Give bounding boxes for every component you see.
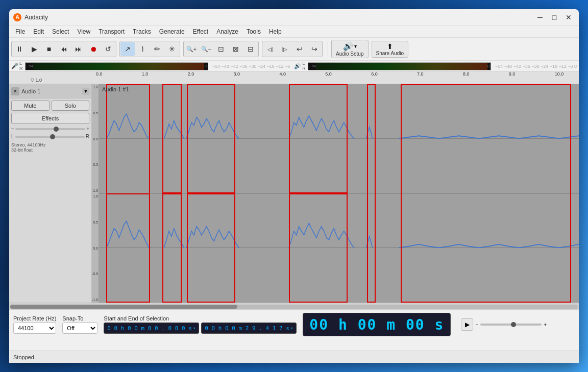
trim-right-button[interactable]: |▷ (278, 42, 292, 56)
status-text: Stopped. (13, 354, 36, 360)
scrollbar-track[interactable] (10, 305, 578, 309)
draw-tool-button[interactable]: ✏ (150, 42, 164, 56)
menu-help[interactable]: Help (265, 27, 286, 36)
pan-slider[interactable] (15, 136, 85, 138)
ruler-tick-9: 9.0 (509, 72, 516, 77)
playback-speed-group: ▶ − + (461, 318, 547, 331)
selection-start-value: 0 0 h 0 0 m 0 0 . 0 0 0 s (107, 325, 192, 332)
menu-view[interactable]: View (73, 27, 94, 36)
record-button[interactable]: ⏺ (86, 42, 101, 56)
redo-button[interactable]: ↪ (307, 42, 322, 56)
select-tool-button[interactable]: ↗ (120, 42, 135, 56)
fit-project-button[interactable]: ⊠ (229, 42, 243, 56)
menu-tracks[interactable]: Tracks (129, 27, 155, 36)
trim-left-button[interactable]: ◁| (263, 42, 277, 56)
menu-tools[interactable]: Tools (242, 27, 265, 36)
snap-to-select[interactable]: Off Nearest (62, 323, 97, 334)
volume-slider[interactable] (15, 128, 85, 130)
stop-button[interactable]: ■ (42, 42, 56, 56)
maximize-button[interactable]: □ (548, 11, 560, 23)
pan-thumb (50, 134, 55, 139)
menu-select[interactable]: Select (48, 27, 73, 36)
menu-effect[interactable]: Effect (189, 27, 212, 36)
menu-generate[interactable]: Generate (155, 27, 189, 36)
menu-file[interactable]: File (11, 27, 29, 36)
project-rate-select[interactable]: 44100 48000 96000 (13, 323, 56, 334)
menu-analyze[interactable]: Analyze (212, 27, 242, 36)
zoom-toggle-button[interactable]: ⊟ (243, 42, 258, 56)
y-axis-top: 1.0 0.5 0.0 -0.5 -1.0 (92, 84, 99, 193)
ruler-tick-4: 4.0 (279, 72, 286, 77)
undo-button[interactable]: ↩ (292, 42, 307, 56)
selection-end-value: 0 0 h 0 0 m 2 9 . 4 1 7 s (205, 325, 289, 332)
track-dropdown-button[interactable]: ▼ (82, 88, 89, 95)
track-close-button[interactable]: × (11, 87, 19, 95)
y-label-n0-5-bot: -0.5 (92, 272, 99, 276)
skip-back-button[interactable]: ⏮ (57, 42, 71, 56)
pause-button[interactable]: ⏸ (12, 42, 27, 56)
speed-thumb (511, 322, 516, 327)
dropdown-arrow-icon: ▾ (354, 43, 357, 49)
fit-selection-button[interactable]: ⊡ (214, 42, 228, 56)
big-time-display: 00 h 00 m 00 s (303, 313, 451, 336)
record-level-indicator (33, 63, 204, 70)
audio-setup-icon-row: 🔊 ▾ (343, 41, 357, 51)
snap-to-group: Snap-To Off Nearest (62, 315, 97, 334)
selection-end-dropdown[interactable]: ▾ (290, 326, 293, 331)
y-axis-bottom: 1.0 0.5 0.0 -0.5 -1.0 (92, 193, 99, 303)
audio-setup-label: Audio Setup (336, 51, 364, 57)
transport-group: ⏸ ▶ ■ ⏮ ⏭ ⏺ ↺ (11, 41, 116, 57)
toolbar-row1: ⏸ ▶ ■ ⏮ ⏭ ⏺ ↺ ↗ ⌇ ✏ ✳ 🔍+ 🔍− ⊡ ⊠ ⊟ (9, 38, 579, 60)
selection-start-time[interactable]: 0 0 h 0 0 m 0 0 . 0 0 0 s ▾ (104, 323, 199, 334)
audio-setup-group[interactable]: 🔊 ▾ Audio Setup (331, 40, 369, 58)
ruler-ticks-container: 0.0 1.0 2.0 3.0 4.0 5.0 6.0 7.0 8.0 9.0 … (96, 72, 579, 84)
pan-left-label: L (11, 134, 14, 139)
loop-button[interactable]: ↺ (101, 42, 115, 56)
volume-thumb (54, 127, 59, 132)
record-vu-bar[interactable]: −54 0 (25, 62, 208, 70)
play-button[interactable]: ▶ (27, 42, 41, 56)
volume-plus-label: + (86, 126, 89, 132)
mute-button[interactable]: Mute (11, 101, 50, 111)
close-button[interactable]: ✕ (562, 11, 575, 23)
playback-play-button[interactable]: ▶ (461, 318, 473, 331)
main-content: ▽ 1.0 0.0 1.0 2.0 3.0 4.0 5.0 6.0 7.0 8.… (9, 72, 579, 363)
playback-lr-label: LR (302, 61, 306, 71)
horizontal-scrollbar[interactable] (9, 303, 579, 310)
bottom-controls-row: Project Rate (Hz) 44100 48000 96000 Snap… (9, 310, 579, 339)
skip-fwd-button[interactable]: ⏭ (71, 42, 86, 56)
project-rate-label: Project Rate (Hz) (13, 315, 56, 321)
ruler-tick-3: 3.0 (234, 72, 240, 77)
selection-times: 0 0 h 0 0 m 0 0 . 0 0 0 s ▾ 0 0 h 0 0 m … (104, 323, 297, 334)
timeline-ruler: ▽ 1.0 0.0 1.0 2.0 3.0 4.0 5.0 6.0 7.0 8.… (9, 72, 579, 84)
y-label-n1-0-top: -1.0 (92, 189, 99, 192)
speed-slider[interactable] (480, 324, 542, 326)
project-rate-group: Project Rate (Hz) 44100 48000 96000 (13, 315, 56, 334)
zoom-out-button[interactable]: 🔍− (199, 42, 213, 56)
y-label-0-5-bot: 0.5 (92, 220, 99, 224)
share-icon: ⬆ (387, 42, 393, 51)
effects-button[interactable]: Effects (11, 113, 89, 124)
minimize-button[interactable]: ─ (534, 11, 546, 23)
share-audio-group[interactable]: ⬆ Share Audio (372, 41, 409, 58)
app-icon: A (13, 13, 21, 21)
menu-edit[interactable]: Edit (29, 27, 48, 36)
track-info: Stereo, 44100Hz32-bit float (11, 141, 89, 154)
vu-meter-row: 🎤 LR −54 0 −54 −48 −42 −36 −30 −24 −18 −… (9, 60, 579, 71)
zoom-in-button[interactable]: 🔍+ (184, 42, 199, 56)
selection-start-dropdown[interactable]: ▾ (193, 326, 195, 331)
envelope-tool-button[interactable]: ⌇ (135, 42, 150, 56)
menu-transport[interactable]: Transport (94, 27, 129, 36)
track-canvas-area[interactable]: Audio 1 #1 (92, 84, 579, 303)
record-meter-icon: 🎤 (11, 63, 18, 69)
selection-end-time[interactable]: 0 0 h 0 0 m 2 9 . 4 1 7 s ▾ (201, 323, 297, 334)
playback-vu-bar[interactable]: −54 0 (308, 62, 491, 70)
multi-tool-button[interactable]: ✳ (165, 42, 179, 56)
track-clip-title: Audio 1 #1 (102, 86, 129, 92)
scrollbar-thumb[interactable] (10, 305, 237, 309)
y-label-1-0-bot: 1.0 (92, 194, 99, 198)
solo-button[interactable]: Solo (52, 101, 90, 111)
app-window: A Audacity ─ □ ✕ File Edit Select View T… (9, 9, 579, 363)
speed-minus-icon: − (475, 322, 478, 328)
selection-group: Start and End of Selection 0 0 h 0 0 m 0… (104, 315, 297, 334)
